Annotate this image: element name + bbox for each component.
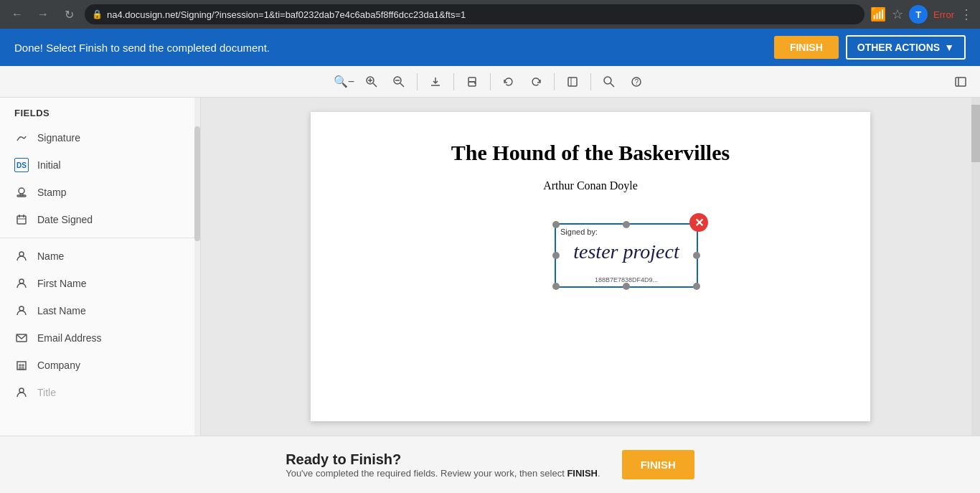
sidebar-toggle-button[interactable] [948, 70, 973, 94]
footer: Ready to Finish? You've completed the re… [0, 436, 980, 493]
svg-point-26 [19, 279, 24, 283]
svg-rect-31 [22, 365, 24, 366]
sidebar-item-first-name[interactable]: First Name [0, 270, 200, 297]
avatar: T [909, 5, 928, 24]
error-badge: Error [933, 9, 954, 20]
resize-handle-tl[interactable] [552, 221, 560, 228]
svg-point-25 [19, 252, 24, 256]
resize-handle-tm[interactable] [623, 221, 630, 228]
svg-rect-21 [17, 216, 26, 224]
title-icon [14, 385, 29, 400]
back-button[interactable]: ← [7, 4, 27, 24]
document-scrollbar[interactable] [971, 98, 980, 436]
footer-period: . [598, 468, 600, 479]
svg-line-13 [611, 83, 614, 87]
stamp-icon [14, 185, 29, 199]
company-label: Company [37, 360, 80, 371]
finish-button-header[interactable]: FINISH [774, 36, 839, 59]
zoom-out-button2[interactable] [387, 70, 411, 94]
svg-rect-8 [468, 82, 476, 86]
sidebar-item-company[interactable]: Company [0, 352, 200, 379]
cast-icon: 📶 [870, 6, 886, 22]
svg-line-1 [373, 83, 377, 87]
svg-rect-33 [22, 367, 24, 370]
last-name-icon [14, 304, 29, 318]
signature-container[interactable]: Signed by: tester project 188B7E7838DF4D… [555, 223, 698, 288]
document-area: The Hound of the Baskervilles Arthur Con… [201, 98, 980, 436]
finish-button-footer[interactable]: FINISH [622, 450, 694, 479]
svg-point-34 [19, 388, 24, 393]
rotate-ccw-button[interactable] [496, 70, 521, 94]
svg-point-12 [604, 77, 611, 84]
print-button[interactable] [460, 70, 484, 94]
sidebar-item-email[interactable]: Email Address [0, 324, 200, 352]
signature-close-button[interactable]: ✕ [689, 213, 708, 232]
bookmark-icon: ☆ [892, 6, 903, 22]
resize-handle-mr[interactable] [693, 252, 700, 259]
sidebar-item-signature[interactable]: Signature [0, 124, 200, 151]
main-layout: FIELDS Signature DS Initial Stamp [0, 98, 980, 436]
address-bar[interactable]: 🔒 na4.docusign.net/Signing/?insession=1&… [85, 4, 864, 24]
initial-label: Initial [37, 159, 61, 171]
download-button[interactable] [423, 70, 448, 94]
toolbar-right-area [948, 70, 973, 94]
menu-icon: ⋮ [960, 6, 973, 22]
document-title: The Hound of the Baskervilles [354, 141, 827, 165]
svg-line-5 [400, 83, 404, 87]
sidebar-item-stamp[interactable]: Stamp [0, 179, 200, 206]
svg-rect-29 [17, 362, 26, 370]
title-label: Title [37, 387, 56, 398]
lock-icon: 🔒 [92, 9, 103, 19]
separator-2 [453, 73, 454, 90]
email-address-label: Email Address [37, 332, 101, 344]
signature-icon [14, 131, 29, 145]
help-button[interactable]: ? [624, 70, 649, 94]
other-actions-label: OTHER ACTIONS [857, 42, 940, 53]
separator-4 [554, 73, 555, 90]
svg-point-27 [19, 306, 24, 311]
sidebar-item-title[interactable]: Title [0, 379, 200, 406]
header-actions: FINISH OTHER ACTIONS ▼ [774, 35, 966, 60]
stamp-label: Stamp [37, 187, 66, 198]
header-message: Done! Select Finish to send the complete… [14, 42, 270, 54]
docusign-header: Done! Select Finish to send the complete… [0, 29, 980, 66]
url-text: na4.docusign.net/Signing/?insession=1&ti… [107, 9, 466, 20]
svg-rect-32 [19, 367, 21, 370]
sidebar-divider [0, 238, 200, 238]
forward-button[interactable]: → [33, 4, 53, 24]
sidebar-items-container: Signature DS Initial Stamp Date Signed [0, 124, 200, 436]
footer-sub-text: You've completed the required fields. Re… [286, 468, 600, 479]
resize-handle-bm[interactable] [623, 283, 630, 290]
zoom-out-button[interactable]: 🔍− [332, 70, 357, 94]
page-fit-button[interactable] [560, 70, 585, 94]
date-signed-label: Date Signed [37, 214, 93, 225]
footer-ready-title: Ready to Finish? [286, 451, 600, 468]
resize-handle-br[interactable] [693, 283, 700, 290]
zoom-in-button[interactable] [359, 70, 384, 94]
document-author: Arthur Conan Doyle [354, 179, 827, 192]
other-actions-button[interactable]: OTHER ACTIONS ▼ [846, 35, 966, 60]
footer-finish-bold: FINISH [567, 468, 598, 479]
resize-handle-ml[interactable] [552, 252, 560, 259]
reload-button[interactable]: ↻ [59, 4, 79, 24]
browser-action-icons: 📶 ☆ T Error ⋮ [870, 5, 973, 24]
search-button[interactable] [597, 70, 621, 94]
separator-3 [490, 73, 491, 90]
scrollbar-thumb[interactable] [971, 105, 980, 162]
company-icon [14, 358, 29, 372]
svg-text:?: ? [634, 78, 639, 86]
name-label: Name [37, 250, 64, 262]
sidebar-item-initial[interactable]: DS Initial [0, 151, 200, 179]
separator-1 [417, 73, 418, 90]
sidebar-item-last-name[interactable]: Last Name [0, 297, 200, 324]
chevron-down-icon: ▼ [944, 42, 954, 53]
browser-chrome: ← → ↻ 🔒 na4.docusign.net/Signing/?insess… [0, 0, 980, 29]
resize-handle-bl[interactable] [552, 283, 560, 290]
signature-field[interactable]: Signed by: tester project 188B7E7838DF4D… [555, 223, 698, 288]
footer-text-block: Ready to Finish? You've completed the re… [286, 451, 600, 479]
svg-rect-7 [468, 78, 476, 82]
signature-value: tester project [556, 239, 697, 265]
sidebar-item-name[interactable]: Name [0, 243, 200, 270]
rotate-cw-button[interactable] [524, 70, 548, 94]
sidebar-item-date-signed[interactable]: Date Signed [0, 206, 200, 233]
